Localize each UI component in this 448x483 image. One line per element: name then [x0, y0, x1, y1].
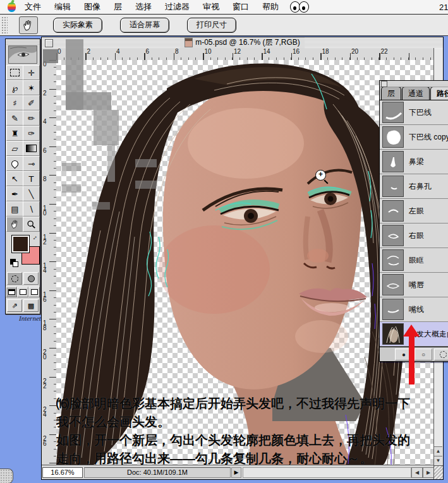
zoom-level-field[interactable]: 16.67%	[42, 467, 83, 478]
paths-palette: 层通道路径 下巴线下巴线 copy鼻梁右鼻孔左眼右眼眼眶嘴唇嘴线头发大概走向 ●…	[379, 80, 448, 362]
paintbrush-tool[interactable]: ✎	[6, 110, 23, 126]
notes-tool[interactable]: ▤	[6, 201, 23, 217]
standard-mode-button[interactable]	[7, 272, 22, 285]
palette-tab-1[interactable]: 通道	[402, 86, 430, 100]
direct-selection-tool[interactable]: ↖	[6, 171, 23, 186]
horizontal-scrollbar-track[interactable]	[243, 467, 411, 478]
horizontal-ruler[interactable]: 0246810121416182022	[56, 48, 434, 61]
default-colors-icon[interactable]	[10, 259, 18, 266]
fullscreen-menubar-button[interactable]	[17, 287, 28, 297]
color-swatch-area: ↔	[6, 234, 40, 270]
tutorial-text: ⒃脸部明暗色彩基本搞定后开始弄头发吧，不过我得先声明一下我不怎么会画头发。如图，…	[56, 395, 434, 465]
path-row-0[interactable]: 下巴线	[380, 100, 448, 125]
crop-tool[interactable]: ♯	[6, 95, 23, 110]
hand-icon	[22, 19, 35, 32]
window-close-box[interactable]	[45, 39, 53, 47]
window-resize-grip[interactable]	[433, 465, 443, 479]
path-label: 右鼻孔	[409, 181, 432, 192]
path-row-3[interactable]: 右鼻孔	[380, 174, 448, 199]
path-row-6[interactable]: 眼眶	[380, 248, 448, 273]
menu-item-6[interactable]: 审视	[203, 1, 219, 13]
dodge-tool[interactable]: ⊸	[23, 156, 40, 171]
rectangular-marquee-tool[interactable]	[6, 65, 23, 80]
standard-screen-button[interactable]	[6, 287, 17, 297]
red-annotation-arrow	[403, 325, 420, 385]
options-button-0[interactable]: 实际象素	[53, 18, 102, 33]
desktop-corner-icon[interactable]	[0, 468, 13, 483]
path-row-2[interactable]: 鼻梁	[380, 150, 448, 174]
eraser-tool[interactable]: ▱	[6, 141, 23, 156]
pen-tool[interactable]: ✒	[6, 186, 23, 201]
tutorial-line-2: 如图，开一个新层，勾出个头发轮廓把颜色填上去，再把头发的	[56, 431, 434, 449]
vertical-ruler[interactable]: 024681 01 21 41 61 82 02 22 42 6	[42, 60, 57, 465]
path-row-1[interactable]: 下巴线 copy	[380, 125, 448, 150]
palette-drag-bar[interactable]	[380, 81, 448, 87]
toolbox-drag-bar[interactable]	[6, 39, 40, 44]
menu-item-8[interactable]: 帮助	[262, 1, 279, 13]
hand-icon	[10, 219, 20, 229]
jump-to-row: ⇗ ▩	[6, 299, 40, 312]
quick-mask-mode-button[interactable]	[23, 272, 39, 285]
options-button-2[interactable]: 打印尺寸	[187, 18, 236, 33]
h-ruler-label: 4	[116, 48, 120, 55]
scroll-right-button[interactable]: ▶	[423, 467, 434, 478]
fullscreen-button[interactable]	[28, 287, 40, 297]
options-drag-handle[interactable]	[1, 16, 8, 33]
palette-close-box[interactable]	[381, 81, 387, 87]
path-thumbnail	[382, 151, 404, 172]
airbrush-tool[interactable]: ✐	[23, 95, 40, 110]
standard-screen-icon	[8, 289, 15, 295]
h-ruler-label: 12	[234, 48, 241, 55]
load-path-as-selection-button[interactable]	[434, 349, 448, 361]
gradient-tool[interactable]	[23, 141, 40, 156]
h-ruler-label: 16	[293, 48, 300, 55]
hand-tool[interactable]	[6, 217, 23, 232]
move-tool[interactable]: ✛	[23, 65, 40, 80]
document-title-bar[interactable]: m-05.psd @ 16.7% (层 7,RGB)	[42, 37, 443, 49]
menu-item-5[interactable]: 过滤器	[165, 1, 190, 13]
zoom-tool[interactable]	[23, 217, 40, 232]
status-bar: 16.67% Doc: 40.1M/109.1M ▶ ◀ ▶	[42, 465, 434, 479]
h-ruler-label: 2	[87, 48, 91, 55]
menu-item-0[interactable]: 文件	[25, 1, 41, 13]
h-ruler-label: 6	[146, 48, 150, 55]
menu-item-7[interactable]: 窗口	[233, 1, 249, 13]
blur-tool[interactable]	[6, 156, 23, 171]
swap-colors-icon[interactable]: ↔	[30, 232, 39, 242]
menu-item-4[interactable]: 选择	[135, 1, 152, 13]
lasso-tool[interactable]: ℘	[6, 80, 23, 95]
palette-tab-2[interactable]: 路径	[430, 86, 448, 100]
path-label: 嘴唇	[409, 280, 424, 290]
v-ruler-label: 1 2	[43, 235, 47, 245]
eyes-icon[interactable]	[291, 1, 309, 13]
apple-menu-icon[interactable]	[8, 3, 16, 12]
status-popup-button[interactable]: ▶	[231, 467, 241, 478]
type-tool[interactable]: T	[23, 171, 40, 186]
watermark-block	[135, 159, 157, 167]
magic-wand-tool[interactable]: ✶	[23, 80, 40, 95]
clone-stamp-tool[interactable]: ♜	[6, 126, 23, 141]
line-tool[interactable]: ╲	[23, 186, 40, 201]
path-row-8[interactable]: 嘴线	[380, 297, 448, 322]
scroll-left-button[interactable]: ◀	[411, 467, 423, 478]
pencil-tool[interactable]: ✏	[23, 110, 40, 126]
menu-item-2[interactable]: 图像	[84, 1, 100, 13]
red-arrow-head	[403, 325, 420, 337]
path-row-5[interactable]: 右眼	[380, 224, 448, 248]
scroll-up-button[interactable]: ▲	[434, 446, 442, 456]
history-brush-tool[interactable]: ✑	[23, 126, 40, 141]
jump-to-imageready-button[interactable]: ⇗	[7, 299, 22, 312]
menu-item-1[interactable]: 编辑	[54, 1, 71, 13]
palette-tab-0[interactable]: 层	[381, 86, 401, 100]
menu-item-3[interactable]: 层	[114, 1, 122, 13]
path-row-4[interactable]: 左眼	[380, 199, 448, 224]
path-row-7[interactable]: 嘴唇	[380, 273, 448, 297]
scroll-down-button[interactable]: ▼	[434, 456, 442, 465]
foreground-color-swatch[interactable]	[11, 235, 30, 253]
options-button-1[interactable]: 适合屏幕	[120, 18, 169, 33]
eyedropper-tool[interactable]: ∖	[23, 201, 40, 217]
path-label: 嘴线	[409, 304, 424, 315]
imageready-logo-button[interactable]: ▩	[23, 299, 39, 312]
options-bar: 实际象素适合屏幕打印尺寸	[0, 15, 448, 36]
quick-mask-icon	[28, 275, 35, 282]
